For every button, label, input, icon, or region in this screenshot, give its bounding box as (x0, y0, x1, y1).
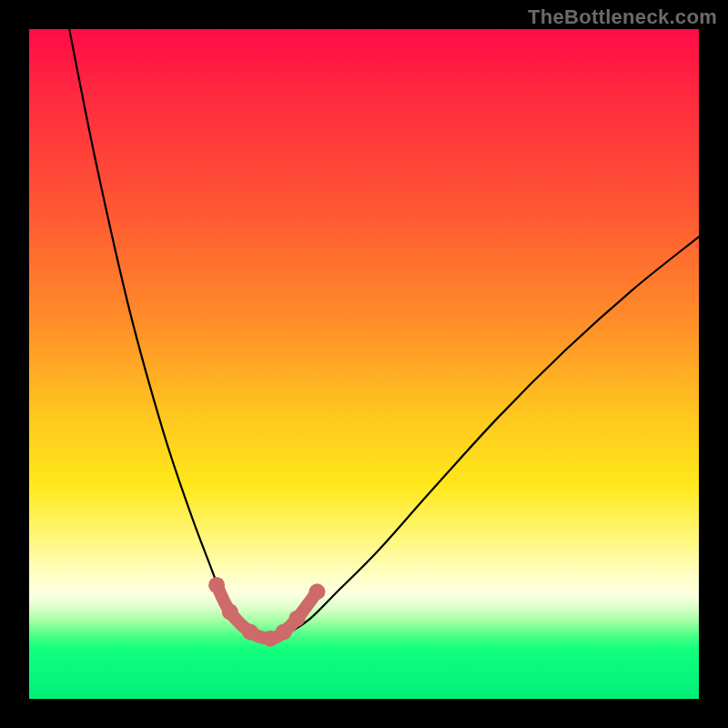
optimal-range-dot (222, 603, 238, 620)
optimal-range-dot (288, 611, 305, 627)
watermark-text: TheBottleneck.com (528, 5, 717, 29)
bottleneck-curve (69, 29, 699, 640)
chart-frame: TheBottleneck.com (0, 0, 728, 728)
optimal-range-dot (276, 623, 292, 640)
optimal-range-dot (308, 583, 325, 600)
plot-area (29, 29, 699, 699)
optimal-range-dot (208, 577, 225, 593)
chart-svg (29, 29, 699, 699)
optimal-range-dot (242, 623, 258, 640)
